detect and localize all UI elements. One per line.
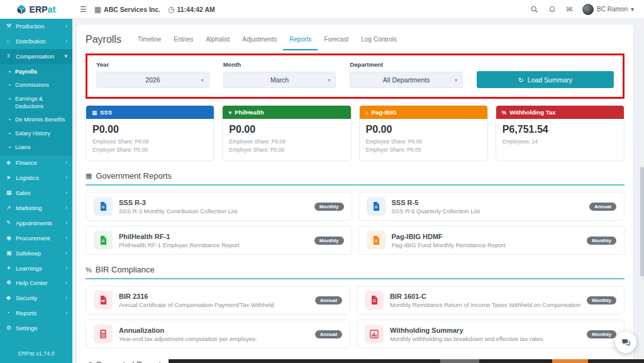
bullet-icon: •: [9, 69, 15, 75]
logo-text: ERPat: [29, 4, 55, 14]
sidebar-item-finance[interactable]: ◈ Finance ›: [0, 155, 72, 170]
percent-icon: %: [502, 109, 507, 116]
report-description: Monthly withholding tax breakdown and ef…: [390, 335, 580, 342]
app-logo[interactable]: ERPat: [0, 0, 72, 18]
payrolls-panel: Payrolls TimelineEntriesAlphalistAdjustm…: [76, 24, 634, 363]
tab-log-controls[interactable]: Log Controls: [355, 31, 403, 50]
chevron-icon: ›: [65, 189, 67, 196]
share-line: Employer Share: P0.00: [229, 146, 344, 154]
sidebar-item-logistics[interactable]: ➤ Logistics ›: [0, 170, 72, 186]
sidebar-item-learnings[interactable]: ✦ Learnings ›: [0, 261, 72, 276]
notifications-bell-icon[interactable]: [548, 6, 556, 13]
frequency-badge: Monthly: [587, 237, 616, 245]
report-title: BIR 2316: [119, 293, 309, 300]
procurement-icon: ◉: [6, 235, 16, 242]
summary-card-withholding-tax: % Withholding Tax P6,751.54 Employees: 1…: [496, 105, 625, 161]
main-content: Payrolls TimelineEntriesAlphalistAdjustm…: [72, 19, 640, 363]
graduation-cap-icon: ✦: [6, 265, 16, 272]
department-label: Department: [350, 61, 463, 68]
summary-cards-row: ▦ SSS P0.00 Employee Share: P0.00Employe…: [86, 105, 625, 161]
report-card-pag-ibig-hdmf[interactable]: Pag-IBIG HDMF Pag-IBIG Fund Monthly Remi…: [358, 226, 625, 255]
sidebar-subitem-commissions[interactable]: • Commissions: [0, 79, 72, 92]
sidebar-item-security[interactable]: ◆ Security ›: [0, 291, 72, 306]
history-icon: ↺: [86, 360, 92, 363]
chart-line-icon: ↗: [6, 204, 16, 211]
sidebar-subitem-loans[interactable]: • Loans: [0, 141, 72, 155]
share-line: Employee Share: P0.00: [92, 138, 208, 146]
company-switcher[interactable]: ▦ ABC Services Inc.: [94, 6, 160, 13]
tab-reports[interactable]: Reports: [283, 31, 318, 50]
month-select[interactable]: March ▾: [223, 72, 336, 88]
report-description: Year-end tax adjustment computation per …: [119, 335, 309, 342]
tab-forecast[interactable]: Forecast: [318, 31, 355, 50]
share-line: Employee Share: P0.00: [366, 138, 481, 146]
tab-adjustments[interactable]: Adjustments: [236, 31, 283, 50]
report-card-sss-r-[interactable]: SSS R-5 SSS R-5 Quarterly Collection Lis…: [358, 192, 625, 221]
year-select[interactable]: 2026 ▾: [96, 72, 209, 88]
avatar: [582, 4, 594, 15]
sidebar-toggle-icon[interactable]: ☰: [80, 6, 87, 13]
chat-fab-button[interactable]: [615, 332, 636, 353]
report-card-bir-c[interactable]: BIR 1601-C Monthly Remittance Return of …: [357, 286, 625, 315]
amount: P0.00: [92, 124, 208, 135]
sidebar-item-settings[interactable]: ⚙ Settings: [0, 321, 72, 336]
chevron-down-icon: ▾: [201, 77, 204, 83]
clock-display: ◷ 11:44:42 AM: [168, 6, 215, 13]
life-buoy-icon: ☸: [6, 279, 16, 286]
clock-icon: ◷: [168, 6, 174, 13]
app-version: ERPat v1.74.0: [0, 345, 72, 363]
report-card-withholding-summary[interactable]: Withholding Summary Monthly withholding …: [357, 320, 625, 349]
calculator-icon: [98, 329, 108, 339]
app-window: ERPat ☰ ▦ ABC Services Inc. ◷ 11:44:42 A…: [0, 0, 644, 363]
vertical-scrollbar[interactable]: [640, 19, 644, 363]
scrollbar-thumb[interactable]: [640, 167, 644, 277]
building-icon: ▦: [86, 172, 92, 180]
sidebar-item-appointments[interactable]: ✎ Appointments ›: [0, 216, 72, 231]
sidebar-item-reports[interactable]: ◔ Reports ›: [0, 306, 72, 321]
sidebar-subitem-salary-history[interactable]: • Salary History: [0, 127, 72, 141]
report-card-sss-r-[interactable]: SSS R-3 SSS R-3 Monthly Contribution Col…: [86, 192, 352, 221]
report-card-bir-[interactable]: BIR 2316 Annual Certificate of Compensat…: [86, 286, 350, 315]
heart-icon: ♥: [228, 109, 231, 116]
sidebar-item-distribution[interactable]: ⌂ Distribution ›: [0, 34, 72, 49]
sidebar-subitem-de-minimis-benefits[interactable]: • De Minimis Benefits: [0, 113, 72, 127]
frequency-badge: Monthly: [587, 296, 616, 304]
frequency-badge: Annual: [315, 330, 342, 338]
sidebar-subitem-earnings-deductions[interactable]: • Earnings & Deductions: [0, 92, 72, 113]
sidebar-item-procurement[interactable]: ◉ Procurement ›: [0, 231, 72, 246]
bullet-icon: •: [9, 116, 15, 123]
truck-icon: ➤: [6, 174, 16, 181]
filter-bar: Year 2026 ▾ Month March ▾: [96, 61, 614, 88]
pie-chart-icon: ◔: [6, 310, 16, 316]
sidebar-subitem-payrolls[interactable]: • Payrolls: [0, 65, 72, 79]
generated-reports-title: Generated Reports: [96, 360, 165, 363]
load-summary-button[interactable]: ↻ Load Summary: [477, 71, 614, 88]
department-select[interactable]: All Departments ▾: [350, 72, 463, 88]
tab-entries[interactable]: Entries: [167, 31, 199, 50]
tab-alphalist[interactable]: Alphalist: [199, 31, 236, 50]
sidebar-item-marketing[interactable]: ↗ Marketing ›: [0, 201, 72, 216]
report-card-annualization[interactable]: Annualization Year-end tax adjustment co…: [86, 320, 350, 349]
report-description: SSS R-3 Monthly Contribution Collection …: [119, 208, 308, 215]
sidebar-item-help-center[interactable]: ☸ Help Center ›: [0, 276, 72, 291]
search-icon[interactable]: [531, 6, 538, 13]
sidebar-item-production[interactable]: ⚒ Production ›: [0, 19, 72, 34]
shield-icon: ◆: [6, 294, 16, 301]
chevron-icon: ›: [65, 220, 67, 226]
report-card-philhealth-rf-[interactable]: PhilHealth RF-1 PhilHealth RF-1 Employer…: [86, 226, 352, 255]
sidebar-item-compensation[interactable]: ✌ Compensation ▾: [0, 49, 72, 64]
tab-timeline[interactable]: Timeline: [131, 31, 167, 50]
home-icon: ⌂: [365, 109, 369, 116]
amount: P0.00: [366, 124, 481, 135]
month-label: Month: [223, 61, 336, 68]
sidebar-item-sales[interactable]: ▦ Sales ›: [0, 186, 72, 201]
logo-cube-icon: [16, 4, 26, 14]
company-name: ABC Services Inc.: [104, 6, 160, 13]
user-menu[interactable]: BC Ramon ▾: [582, 4, 634, 15]
frequency-badge: Monthly: [314, 203, 344, 211]
sidebar-item-safekeep[interactable]: ▣ Safekeep ›: [0, 246, 72, 261]
user-name: BC Ramon: [597, 6, 628, 13]
summary-card-pag-ibig: ⌂ Pag-IBIG P0.00 Employee Share: P0.00Em…: [359, 105, 488, 161]
building-icon: ▦: [94, 6, 101, 13]
messages-mail-icon[interactable]: ✉: [566, 6, 572, 13]
